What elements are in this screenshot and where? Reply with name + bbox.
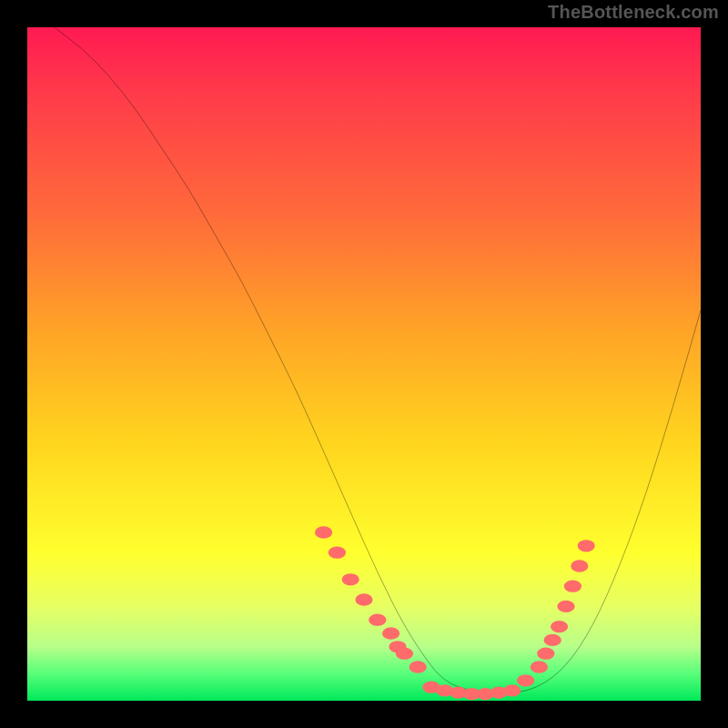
data-dot (517, 674, 534, 686)
data-dot (537, 648, 554, 660)
data-dots (315, 526, 595, 700)
data-dot (503, 684, 521, 696)
data-dot (578, 540, 595, 551)
data-dot (557, 601, 574, 612)
data-dot (564, 581, 581, 592)
data-dot (382, 627, 399, 639)
data-dot (544, 634, 561, 646)
data-dot (531, 661, 548, 672)
data-dot (342, 573, 359, 585)
data-dot (329, 547, 346, 559)
data-dot (551, 621, 568, 632)
watermark-text: TheBottleneck.com (548, 2, 719, 23)
data-dot (396, 648, 413, 660)
data-dot (315, 526, 332, 538)
data-dot (571, 560, 588, 571)
plot-area (27, 27, 701, 701)
data-dot (369, 614, 386, 626)
chart-svg (27, 27, 701, 701)
data-dot (410, 661, 427, 672)
bottleneck-curve (55, 27, 701, 694)
data-dot (355, 593, 372, 605)
chart-frame: TheBottleneck.com (0, 0, 728, 728)
